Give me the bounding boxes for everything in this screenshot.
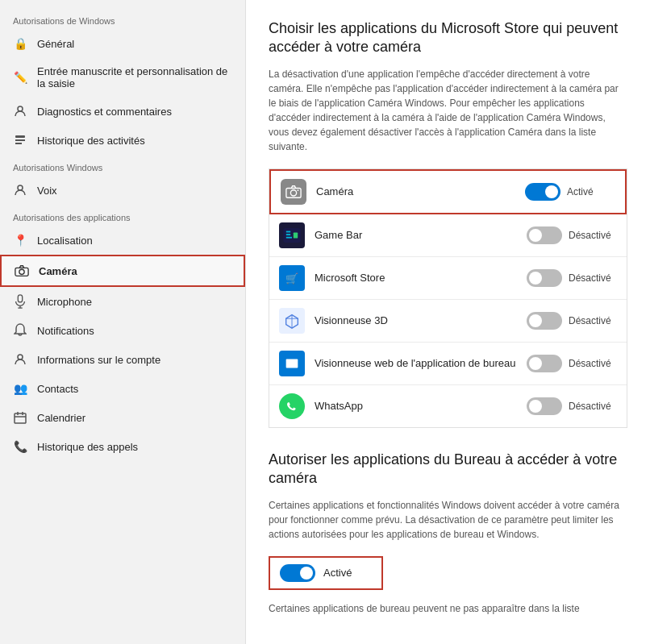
calendar-icon (13, 410, 27, 425)
3d-app-name: Visionneuse 3D (315, 314, 517, 326)
gamebar-app-name: Game Bar (315, 229, 517, 241)
gamebar-toggle-container: Désactivé (527, 226, 617, 244)
sidebar-item-camera[interactable]: Caméra (0, 255, 245, 287)
store-app-name: Microsoft Store (315, 272, 517, 284)
sidebar-section-3: Autorisations des applications (0, 205, 245, 226)
sidebar-item-appels[interactable]: 📞 Historique des appels (0, 432, 245, 461)
whatsapp-toggle-label: Désactivé (569, 401, 617, 412)
app-row-3d: Visionneuse 3D Désactivé (269, 300, 627, 343)
app-list: Caméra Activé Game Bar Désactivé (269, 168, 627, 428)
store-toggle-label: Désactivé (569, 272, 617, 284)
gamebar-toggle[interactable] (527, 226, 562, 244)
camera-toggle[interactable] (525, 183, 560, 201)
gamebar-app-icon (279, 222, 305, 248)
svg-rect-11 (15, 413, 26, 423)
svg-rect-3 (15, 143, 22, 144)
whatsapp-toggle[interactable] (527, 397, 562, 415)
3d-toggle-label: Désactivé (569, 315, 617, 326)
3d-toggle-container: Désactivé (527, 312, 617, 330)
svg-point-6 (19, 269, 24, 274)
camera-toggle-container: Activé (525, 183, 615, 201)
voice-icon (13, 183, 27, 197)
sidebar-item-localisation[interactable]: 📍 Localisation (0, 226, 245, 255)
bureau-toggle-label: Activé (323, 567, 372, 579)
page-title: Choisir les applications du Microsoft St… (269, 19, 627, 57)
sidebar-item-notifications[interactable]: Notifications (0, 316, 245, 345)
history-icon (13, 133, 27, 147)
sidebar: Autorisations de Windows 🔒 Général ✏️ En… (0, 0, 246, 644)
camera-toggle-label: Activé (567, 186, 615, 197)
web-toggle-label: Désactivé (569, 358, 617, 369)
account-icon (13, 352, 27, 367)
bureau-section: Autoriser les applications du Bureau à a… (269, 451, 627, 616)
svg-point-10 (18, 355, 23, 359)
store-toggle[interactable] (527, 269, 562, 287)
web-toggle-container: Désactivé (527, 355, 617, 372)
sidebar-item-contacts[interactable]: 👥 Contacts (0, 374, 245, 403)
svg-rect-2 (15, 139, 25, 141)
svg-rect-19 (286, 231, 290, 232)
sidebar-section-2: Autorisations Windows (0, 155, 245, 176)
app-row-store: 🛒 Microsoft Store Désactivé (269, 257, 627, 300)
sidebar-item-general[interactable]: 🔒 Général (0, 29, 245, 58)
camera-app-name: Caméra (316, 185, 515, 197)
svg-point-4 (18, 185, 23, 190)
sidebar-item-historique[interactable]: Historique des activités (0, 126, 245, 155)
camera-app-icon (281, 179, 306, 205)
diag-icon (13, 104, 27, 118)
sidebar-section-1: Autorisations de Windows (0, 8, 245, 29)
store-app-icon: 🛒 (279, 265, 305, 291)
sidebar-item-voix[interactable]: Voix (0, 176, 245, 205)
3d-toggle[interactable] (527, 312, 562, 330)
camera-nav-icon (15, 264, 29, 278)
bureau-title: Autoriser les applications du Bureau à a… (269, 451, 627, 488)
sidebar-item-microphone[interactable]: Microphone (0, 287, 245, 316)
whatsapp-toggle-container: Désactivé (527, 397, 617, 415)
sidebar-item-diagnostics[interactable]: Diagnostics et commentaires (0, 97, 245, 126)
svg-rect-7 (18, 295, 22, 302)
lock-icon: 🔒 (13, 36, 27, 51)
contacts-icon: 👥 (13, 381, 27, 396)
bell-icon (13, 323, 27, 338)
svg-rect-20 (286, 234, 290, 235)
sidebar-item-entree[interactable]: ✏️ Entrée manuscrite et personnalisation… (0, 58, 245, 97)
web-app-name: Visionneuse web de l'application de bure… (315, 357, 517, 369)
app-row-whatsapp: WhatsApp Désactivé (269, 385, 627, 427)
bureau-toggle-row: Activé (269, 556, 383, 590)
sidebar-item-compte[interactable]: Informations sur le compte (0, 345, 245, 374)
app-row-web: Visionneuse web de l'application de bure… (269, 343, 627, 385)
bureau-description: Certaines applications et fonctionnalité… (269, 498, 627, 542)
svg-point-16 (290, 190, 296, 196)
svg-point-31 (283, 397, 301, 415)
svg-point-0 (18, 106, 23, 111)
sidebar-item-calendrier[interactable]: Calendrier (0, 403, 245, 432)
svg-rect-21 (286, 237, 292, 239)
location-icon: 📍 (13, 233, 27, 247)
web-app-icon (279, 351, 305, 376)
web-toggle[interactable] (527, 355, 562, 372)
app-row-camera: Caméra Activé (269, 169, 627, 214)
page-description: La désactivation d'une application l'emp… (269, 67, 627, 154)
svg-point-17 (298, 189, 299, 191)
svg-rect-22 (294, 232, 298, 238)
pen-icon: ✏️ (13, 70, 27, 85)
svg-rect-18 (283, 228, 301, 243)
bureau-toggle[interactable] (280, 564, 315, 582)
mic-icon (13, 294, 27, 309)
3d-app-icon (279, 308, 305, 334)
whatsapp-app-icon (279, 393, 305, 419)
svg-rect-30 (286, 359, 298, 368)
bureau-bottom-text: Certaines applications de bureau peuvent… (269, 601, 627, 616)
svg-rect-1 (15, 135, 25, 138)
phone-icon: 📞 (13, 439, 27, 454)
gamebar-toggle-label: Désactivé (569, 230, 617, 241)
whatsapp-app-name: WhatsApp (315, 400, 517, 412)
store-toggle-container: Désactivé (527, 269, 617, 287)
main-panel: Choisir les applications du Microsoft St… (246, 0, 650, 644)
svg-text:🛒: 🛒 (285, 272, 298, 285)
app-row-gamebar: Game Bar Désactivé (269, 214, 627, 257)
